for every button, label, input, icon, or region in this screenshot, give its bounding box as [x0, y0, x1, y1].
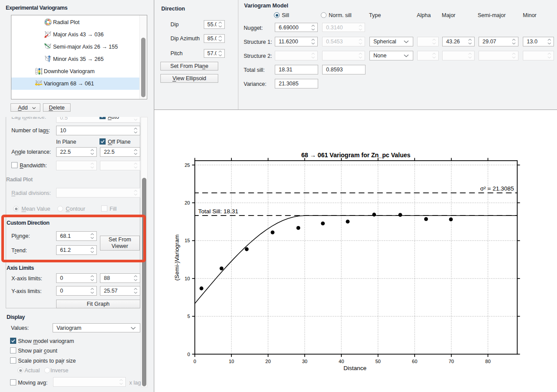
svg-text:40: 40 — [339, 359, 344, 364]
svg-text:50: 50 — [375, 359, 380, 364]
svg-text:10: 10 — [184, 276, 190, 281]
svg-text:0: 0 — [193, 359, 196, 364]
svg-text:20: 20 — [266, 359, 271, 364]
svg-text:5: 5 — [187, 314, 190, 319]
svg-text:20: 20 — [184, 200, 190, 205]
svg-text:15: 15 — [184, 238, 190, 243]
svg-text:(Semi-)Variogram: (Semi-)Variogram — [174, 234, 180, 281]
svg-text:σ² = 21.3085: σ² = 21.3085 — [480, 185, 514, 192]
svg-text:80: 80 — [485, 359, 490, 364]
svg-text:Total Sill: 18.31: Total Sill: 18.31 — [198, 208, 238, 215]
svg-text:10: 10 — [229, 359, 234, 364]
svg-text:Distance: Distance — [344, 365, 367, 371]
svg-text:70: 70 — [449, 359, 454, 364]
svg-text:0: 0 — [187, 352, 190, 357]
svg-text:68 → 061 Variogram for Zn_pc V: 68 → 061 Variogram for Zn_pc Values — [302, 152, 411, 159]
svg-text:25: 25 — [184, 162, 190, 168]
svg-text:30: 30 — [302, 359, 307, 364]
svg-text:60: 60 — [412, 359, 417, 364]
